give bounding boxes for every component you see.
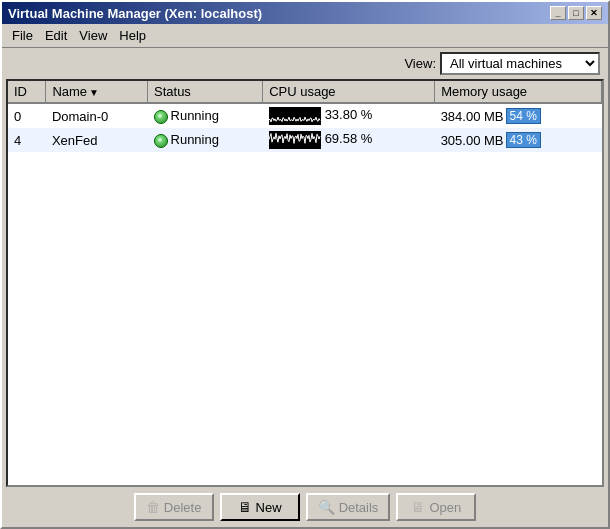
bottom-bar: 🗑 Delete 🖥 New 🔍 Details 🖥 Open xyxy=(2,487,608,527)
window-title: Virtual Machine Manager (Xen: localhost) xyxy=(8,6,262,21)
cpu-text: 69.58 % xyxy=(325,131,373,146)
cell-memory: 384.00 MB54 % xyxy=(435,103,602,128)
memory-container: 305.00 MB43 % xyxy=(441,132,596,148)
menu-file[interactable]: File xyxy=(6,26,39,45)
view-label: View: xyxy=(404,56,436,71)
memory-container: 384.00 MB54 % xyxy=(441,108,596,124)
title-bar-buttons: _ □ ✕ xyxy=(550,6,602,20)
col-memory: Memory usage xyxy=(435,81,602,103)
minimize-button[interactable]: _ xyxy=(550,6,566,20)
sort-icon: ▼ xyxy=(89,87,99,98)
cell-status: Running xyxy=(148,128,263,152)
cpu-graph xyxy=(269,107,321,125)
memory-pct-badge: 43 % xyxy=(506,132,541,148)
open-button[interactable]: 🖥 Open xyxy=(396,493,476,521)
vm-table: ID Name▼ Status CPU usage Memory usage 0… xyxy=(8,81,602,152)
table-row[interactable]: 4XenFedRunning69.58 %305.00 MB43 % xyxy=(8,128,602,152)
cpu-graph xyxy=(269,131,321,149)
cell-id: 0 xyxy=(8,103,46,128)
new-label: New xyxy=(256,500,282,515)
menu-edit[interactable]: Edit xyxy=(39,26,73,45)
menu-view[interactable]: View xyxy=(73,26,113,45)
close-button[interactable]: ✕ xyxy=(586,6,602,20)
cell-name: Domain-0 xyxy=(46,103,148,128)
delete-button[interactable]: 🗑 Delete xyxy=(134,493,214,521)
status-text: Running xyxy=(171,132,219,147)
table-header-row: ID Name▼ Status CPU usage Memory usage xyxy=(8,81,602,103)
cell-name: XenFed xyxy=(46,128,148,152)
view-select[interactable]: All virtual machines Active only xyxy=(440,52,600,75)
col-status: Status xyxy=(148,81,263,103)
status-text: Running xyxy=(171,108,219,123)
new-icon: 🖥 xyxy=(238,499,252,515)
cpu-text: 33.80 % xyxy=(325,107,373,122)
memory-text: 305.00 MB xyxy=(441,133,504,148)
toolbar: View: All virtual machines Active only xyxy=(2,48,608,79)
delete-label: Delete xyxy=(164,500,202,515)
details-icon: 🔍 xyxy=(318,499,335,515)
main-window: Virtual Machine Manager (Xen: localhost)… xyxy=(0,0,610,529)
details-button[interactable]: 🔍 Details xyxy=(306,493,391,521)
cell-cpu: 33.80 % xyxy=(263,103,435,128)
open-label: Open xyxy=(429,500,461,515)
delete-icon: 🗑 xyxy=(146,499,160,515)
vm-table-container: ID Name▼ Status CPU usage Memory usage 0… xyxy=(6,79,604,487)
details-label: Details xyxy=(339,500,379,515)
menu-help[interactable]: Help xyxy=(113,26,152,45)
cell-status: Running xyxy=(148,103,263,128)
open-icon: 🖥 xyxy=(411,499,425,515)
maximize-button[interactable]: □ xyxy=(568,6,584,20)
running-icon xyxy=(154,134,168,148)
new-button[interactable]: 🖥 New xyxy=(220,493,300,521)
cell-cpu: 69.58 % xyxy=(263,128,435,152)
running-icon xyxy=(154,110,168,124)
col-name[interactable]: Name▼ xyxy=(46,81,148,103)
title-bar: Virtual Machine Manager (Xen: localhost)… xyxy=(2,2,608,24)
col-cpu: CPU usage xyxy=(263,81,435,103)
cell-id: 4 xyxy=(8,128,46,152)
col-id: ID xyxy=(8,81,46,103)
memory-text: 384.00 MB xyxy=(441,109,504,124)
cell-memory: 305.00 MB43 % xyxy=(435,128,602,152)
menu-bar: File Edit View Help xyxy=(2,24,608,48)
memory-pct-badge: 54 % xyxy=(506,108,541,124)
table-row[interactable]: 0Domain-0Running33.80 %384.00 MB54 % xyxy=(8,103,602,128)
